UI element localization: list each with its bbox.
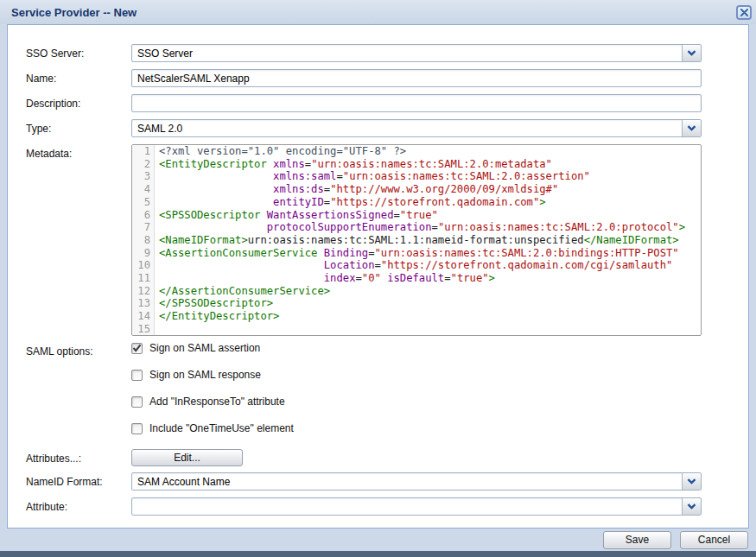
metadata-code[interactable]: <?xml version="1.0" encoding="UTF-8" ?><… [155, 145, 701, 335]
sign-on-saml-assertion-checkbox[interactable] [131, 343, 143, 354]
field-row-attributes: Attributes...: Edit... [26, 449, 702, 466]
code-line: Location="https://storefront.qadomain.co… [159, 259, 701, 272]
chevron-down-icon [687, 478, 696, 484]
field-row-description: Description: [26, 94, 702, 112]
saml-option-row: Sign on SAML response [131, 369, 702, 381]
close-button[interactable] [736, 5, 752, 20]
code-line: protocolSupportEnumeration="urn:oasis:na… [159, 221, 701, 234]
sso-server-dropdown-button[interactable] [682, 45, 701, 61]
code-line: <EntityDescriptor xmlns="urn:oasis:names… [159, 158, 701, 171]
code-line: <?xml version="1.0" encoding="UTF-8" ?> [159, 145, 701, 158]
close-icon [740, 9, 748, 16]
attribute-dropdown-button[interactable] [682, 498, 701, 515]
saml-option-row: Sign on SAML assertion [131, 342, 702, 354]
attribute-combo[interactable] [131, 497, 702, 516]
field-row-saml-options: SAML options: Sign on SAML assertion Sig… [26, 342, 702, 449]
nameid-format-dropdown-button[interactable] [682, 473, 701, 490]
field-row-sso-server: SSO Server: SSO Server [26, 44, 702, 62]
code-line: <SPSSODescriptor WantAssertionsSigned="t… [159, 209, 701, 222]
field-row-name: Name: [26, 69, 702, 87]
type-combo[interactable]: SAML 2.0 [131, 119, 702, 137]
metadata-label: Metadata: [26, 144, 131, 336]
attributes-label: Attributes...: [26, 449, 131, 466]
code-line: xmlns:saml="urn:oasis:names:tc:SAML:2.0:… [159, 170, 701, 183]
field-row-type: Type: SAML 2.0 [26, 119, 702, 137]
chevron-down-icon [687, 50, 696, 56]
code-line: <NameIDFormat>urn:oasis:names:tc:SAML:1.… [159, 234, 701, 247]
nameid-format-combo[interactable]: SAM Account Name [131, 472, 702, 491]
checkbox-label: Include "OneTimeUse" element [149, 422, 294, 434]
include-onetimeuse-checkbox[interactable] [131, 423, 143, 434]
code-line [159, 323, 701, 335]
sso-server-label: SSO Server: [26, 44, 131, 62]
field-row-attribute: Attribute: [26, 497, 702, 516]
dialog-content: SSO Server: SSO Server Name: Descripti [7, 24, 749, 529]
description-input[interactable] [131, 94, 702, 112]
code-line: entityID="https://storefront.qadomain.co… [159, 196, 701, 209]
attribute-label: Attribute: [26, 497, 131, 516]
checkbox-label: Sign on SAML assertion [149, 342, 260, 354]
chevron-down-icon [687, 125, 696, 131]
service-provider-dialog: Service Provider -- New SSO Server: SSO … [0, 0, 756, 557]
checkbox-label: Add "InResponseTo" attribute [149, 396, 285, 408]
saml-options-list: Sign on SAML assertion Sign on SAML resp… [131, 342, 702, 449]
description-label: Description: [26, 94, 131, 112]
field-row-metadata: Metadata: 123456789101112131415 <?xml ve… [26, 144, 702, 336]
code-line: index="0" isDefault="true"> [159, 272, 701, 285]
attribute-value [132, 498, 682, 515]
code-line: </SPSSODescriptor> [159, 297, 701, 310]
metadata-gutter: 123456789101112131415 [132, 145, 155, 335]
type-dropdown-button[interactable] [682, 120, 701, 136]
code-line: <AssertionConsumerService Binding="urn:o… [159, 247, 701, 260]
code-line: xmlns:ds="http://www.w3.org/2000/09/xmld… [159, 183, 701, 196]
saml-option-row: Add "InResponseTo" attribute [131, 396, 702, 408]
dialog-titlebar: Service Provider -- New [0, 0, 756, 24]
sign-on-saml-response-checkbox[interactable] [131, 370, 143, 381]
dialog-title: Service Provider -- New [11, 6, 137, 19]
dialog-bottom-edge [0, 551, 756, 557]
nameid-format-label: NameID Format: [26, 472, 131, 491]
code-line: </AssertionConsumerService> [159, 285, 701, 298]
save-button[interactable]: Save [603, 531, 671, 549]
saml-options-label: SAML options: [26, 342, 131, 449]
chevron-down-icon [687, 503, 696, 510]
field-row-nameid-format: NameID Format: SAM Account Name [26, 472, 702, 491]
code-line: </EntityDescriptor> [159, 310, 701, 323]
type-value: SAML 2.0 [132, 120, 682, 136]
name-input[interactable] [131, 69, 702, 87]
type-label: Type: [26, 119, 131, 137]
sso-server-value: SSO Server [132, 45, 682, 61]
add-inresponseto-checkbox[interactable] [131, 396, 143, 408]
checkbox-label: Sign on SAML response [149, 369, 261, 381]
name-label: Name: [26, 69, 131, 87]
nameid-format-value: SAM Account Name [132, 473, 682, 490]
edit-attributes-button[interactable]: Edit... [131, 449, 243, 466]
checkmark-icon [132, 344, 142, 352]
dialog-footer: Save Cancel [0, 529, 756, 551]
saml-option-row: Include "OneTimeUse" element [131, 422, 702, 434]
sso-server-combo[interactable]: SSO Server [131, 44, 702, 62]
metadata-editor[interactable]: 123456789101112131415 <?xml version="1.0… [131, 144, 702, 336]
cancel-button[interactable]: Cancel [680, 531, 748, 549]
